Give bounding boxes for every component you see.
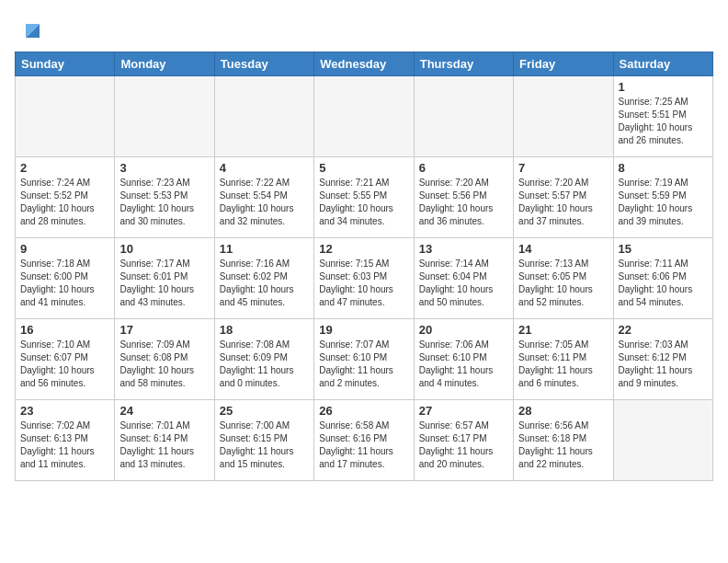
day-info: Sunrise: 7:15 AM Sunset: 6:03 PM Dayligh… [319,258,408,309]
calendar-cell: 13Sunrise: 7:14 AM Sunset: 6:04 PM Dayli… [414,238,513,319]
day-info: Sunrise: 7:02 AM Sunset: 6:13 PM Dayligh… [20,419,109,471]
calendar-cell: 7Sunrise: 7:20 AM Sunset: 5:57 PM Daylig… [514,157,613,238]
day-info: Sunrise: 7:19 AM Sunset: 5:59 PM Dayligh… [619,177,708,228]
day-info: Sunrise: 7:09 AM Sunset: 6:08 PM Dayligh… [119,339,209,390]
day-info: Sunrise: 7:08 AM Sunset: 6:09 PM Dayligh… [220,339,309,390]
day-of-week-header: Thursday [414,52,513,76]
day-number: 14 [518,242,608,256]
day-info: Sunrise: 6:56 AM Sunset: 6:18 PM Dayligh… [518,419,608,471]
calendar-week-row: 1Sunrise: 7:25 AM Sunset: 5:51 PM Daylig… [16,76,713,157]
day-info: Sunrise: 7:03 AM Sunset: 6:12 PM Dayligh… [619,339,708,390]
day-number: 17 [119,323,209,337]
day-of-week-header: Sunday [16,52,115,76]
day-number: 21 [518,323,608,337]
page-header [15,15,713,42]
day-number: 19 [319,323,408,337]
day-of-week-header: Monday [115,52,214,76]
calendar-week-row: 2Sunrise: 7:24 AM Sunset: 5:52 PM Daylig… [16,157,713,238]
calendar-cell: 24Sunrise: 7:01 AM Sunset: 6:14 PM Dayli… [115,400,214,481]
calendar-cell: 19Sunrise: 7:07 AM Sunset: 6:10 PM Dayli… [314,319,414,400]
calendar-cell [514,76,613,157]
logo-icon [17,15,44,42]
day-number: 13 [419,242,508,256]
calendar-cell: 10Sunrise: 7:17 AM Sunset: 6:01 PM Dayli… [115,238,214,319]
day-info: Sunrise: 7:14 AM Sunset: 6:04 PM Dayligh… [419,258,508,309]
day-of-week-header: Friday [514,52,613,76]
calendar-cell [613,400,712,481]
day-number: 3 [119,161,209,175]
calendar-week-row: 23Sunrise: 7:02 AM Sunset: 6:13 PM Dayli… [16,400,713,481]
day-number: 22 [619,323,708,337]
calendar-cell: 14Sunrise: 7:13 AM Sunset: 6:05 PM Dayli… [514,238,613,319]
day-number: 7 [518,161,608,175]
day-number: 4 [220,161,309,175]
calendar-cell: 26Sunrise: 6:58 AM Sunset: 6:16 PM Dayli… [314,400,414,481]
day-info: Sunrise: 7:22 AM Sunset: 5:54 PM Dayligh… [220,177,309,228]
calendar-cell: 2Sunrise: 7:24 AM Sunset: 5:52 PM Daylig… [16,157,115,238]
day-number: 9 [20,242,109,256]
day-info: Sunrise: 7:13 AM Sunset: 6:05 PM Dayligh… [518,258,608,309]
calendar-cell: 22Sunrise: 7:03 AM Sunset: 6:12 PM Dayli… [613,319,712,400]
day-info: Sunrise: 7:01 AM Sunset: 6:14 PM Dayligh… [119,419,209,471]
day-number: 27 [419,404,508,418]
calendar-cell: 25Sunrise: 7:00 AM Sunset: 6:15 PM Dayli… [214,400,313,481]
calendar-cell: 12Sunrise: 7:15 AM Sunset: 6:03 PM Dayli… [314,238,414,319]
day-info: Sunrise: 7:20 AM Sunset: 5:57 PM Dayligh… [518,177,608,228]
day-info: Sunrise: 7:00 AM Sunset: 6:15 PM Dayligh… [220,419,309,471]
calendar-week-row: 16Sunrise: 7:10 AM Sunset: 6:07 PM Dayli… [16,319,713,400]
calendar-cell: 5Sunrise: 7:21 AM Sunset: 5:55 PM Daylig… [314,157,414,238]
calendar-cell: 11Sunrise: 7:16 AM Sunset: 6:02 PM Dayli… [214,238,313,319]
day-info: Sunrise: 7:06 AM Sunset: 6:10 PM Dayligh… [419,339,508,390]
day-info: Sunrise: 6:57 AM Sunset: 6:17 PM Dayligh… [419,419,508,471]
calendar-cell [115,76,214,157]
day-info: Sunrise: 7:18 AM Sunset: 6:00 PM Dayligh… [20,258,109,309]
day-number: 20 [419,323,508,337]
calendar-cell: 20Sunrise: 7:06 AM Sunset: 6:10 PM Dayli… [414,319,513,400]
day-number: 18 [220,323,309,337]
calendar-cell: 17Sunrise: 7:09 AM Sunset: 6:08 PM Dayli… [115,319,214,400]
calendar-cell: 3Sunrise: 7:23 AM Sunset: 5:53 PM Daylig… [115,157,214,238]
day-number: 11 [220,242,309,256]
calendar-cell [16,76,115,157]
day-info: Sunrise: 7:16 AM Sunset: 6:02 PM Dayligh… [220,258,309,309]
calendar-header-row: SundayMondayTuesdayWednesdayThursdayFrid… [16,52,713,76]
calendar-table: SundayMondayTuesdayWednesdayThursdayFrid… [15,52,713,481]
day-number: 12 [319,242,408,256]
calendar-cell: 16Sunrise: 7:10 AM Sunset: 6:07 PM Dayli… [16,319,115,400]
calendar-cell: 23Sunrise: 7:02 AM Sunset: 6:13 PM Dayli… [16,400,115,481]
day-info: Sunrise: 7:07 AM Sunset: 6:10 PM Dayligh… [319,339,408,390]
calendar-cell: 8Sunrise: 7:19 AM Sunset: 5:59 PM Daylig… [613,157,712,238]
day-of-week-header: Tuesday [214,52,313,76]
day-number: 15 [619,242,708,256]
day-number: 5 [319,161,408,175]
calendar-cell [314,76,414,157]
calendar-cell: 4Sunrise: 7:22 AM Sunset: 5:54 PM Daylig… [214,157,313,238]
day-info: Sunrise: 7:11 AM Sunset: 6:06 PM Dayligh… [619,258,708,309]
calendar-cell: 15Sunrise: 7:11 AM Sunset: 6:06 PM Dayli… [613,238,712,319]
day-number: 10 [119,242,209,256]
day-number: 24 [119,404,209,418]
logo [15,15,44,42]
calendar-cell [414,76,513,157]
day-of-week-header: Saturday [613,52,712,76]
day-number: 23 [20,404,109,418]
day-info: Sunrise: 7:25 AM Sunset: 5:51 PM Dayligh… [619,96,708,147]
day-info: Sunrise: 7:24 AM Sunset: 5:52 PM Dayligh… [20,177,109,228]
day-of-week-header: Wednesday [314,52,414,76]
day-number: 28 [518,404,608,418]
day-info: Sunrise: 7:21 AM Sunset: 5:55 PM Dayligh… [319,177,408,228]
calendar-cell: 21Sunrise: 7:05 AM Sunset: 6:11 PM Dayli… [514,319,613,400]
day-info: Sunrise: 7:23 AM Sunset: 5:53 PM Dayligh… [119,177,209,228]
day-info: Sunrise: 7:10 AM Sunset: 6:07 PM Dayligh… [20,339,109,390]
day-number: 16 [20,323,109,337]
calendar-cell: 28Sunrise: 6:56 AM Sunset: 6:18 PM Dayli… [514,400,613,481]
day-number: 26 [319,404,408,418]
calendar-cell: 18Sunrise: 7:08 AM Sunset: 6:09 PM Dayli… [214,319,313,400]
calendar-cell: 6Sunrise: 7:20 AM Sunset: 5:56 PM Daylig… [414,157,513,238]
day-number: 6 [419,161,508,175]
day-number: 1 [619,80,708,94]
calendar-cell: 27Sunrise: 6:57 AM Sunset: 6:17 PM Dayli… [414,400,513,481]
calendar-week-row: 9Sunrise: 7:18 AM Sunset: 6:00 PM Daylig… [16,238,713,319]
calendar-cell: 9Sunrise: 7:18 AM Sunset: 6:00 PM Daylig… [16,238,115,319]
calendar-cell: 1Sunrise: 7:25 AM Sunset: 5:51 PM Daylig… [613,76,712,157]
